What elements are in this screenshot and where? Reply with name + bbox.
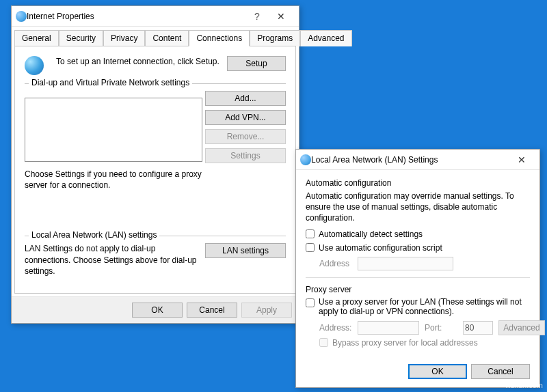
close-icon[interactable]: ✕ [267,11,295,22]
cancel-button[interactable]: Cancel [187,303,237,318]
settings-button: Settings [205,148,286,163]
auto-script-label: Use automatic configuration script [319,243,442,253]
ok-button[interactable]: OK [408,364,467,379]
tab-content[interactable]: Content [145,30,189,46]
titlebar[interactable]: Internet Properties ? ✕ [12,6,299,27]
lan-settings-button[interactable]: LAN settings [205,243,286,258]
auto-detect-checkbox[interactable] [306,229,315,238]
auto-script-checkbox[interactable] [306,243,315,252]
lan-group-label: Local Area Network (LAN) settings [29,230,159,240]
advanced-button: Advanced [498,320,545,335]
tab-security[interactable]: Security [59,30,103,46]
close-icon[interactable]: ✕ [508,154,535,165]
lan-text: LAN Settings do not apply to dial-up con… [25,243,198,277]
cancel-button[interactable]: Cancel [471,364,530,379]
proxy-title: Proxy server [306,285,530,294]
window-title: Local Area Network (LAN) Settings [311,155,508,165]
lan-settings-dialog: Local Area Network (LAN) Settings ✕ Auto… [295,149,540,388]
auto-detect-label: Automatically detect settings [319,229,423,239]
use-proxy-checkbox[interactable] [306,298,315,307]
globe-icon [300,154,311,165]
add-button[interactable]: Add... [205,91,286,106]
tab-general[interactable]: General [14,30,59,46]
bypass-local-checkbox [319,338,328,347]
auto-config-title: Automatic configuration [306,178,530,188]
globe-icon [16,11,27,22]
connection-globe-icon [25,56,44,75]
watermark: wsxdn.com [505,381,543,389]
tab-privacy[interactable]: Privacy [103,30,145,46]
auto-config-desc: Automatic configuration may override man… [306,191,530,224]
dialup-group-label: Dial-up and Virtual Private Network sett… [29,78,192,87]
use-proxy-label: Use a proxy server for your LAN (These s… [319,297,530,316]
apply-button: Apply [241,303,292,318]
lan-group: Local Area Network (LAN) settings LAN Se… [25,236,286,277]
connections-panel: To set up an Internet connection, click … [14,46,296,294]
dialup-list[interactable] [25,98,202,162]
ok-button[interactable]: OK [132,303,183,318]
remove-button: Remove... [205,129,286,144]
proxy-port-label: Port: [425,323,457,333]
dialog1-buttons: OK Cancel Apply [12,296,299,323]
tabs: General Security Privacy Content Connect… [12,27,299,46]
proxy-port-input [463,321,493,335]
script-address-input [358,257,453,270]
separator [306,277,530,278]
dialog2-buttons: OK Cancel [296,357,539,387]
tab-connections[interactable]: Connections [189,30,250,46]
help-icon[interactable]: ? [247,11,267,22]
proxy-address-label: Address: [319,323,352,333]
setup-text: To set up an Internet connection, click … [56,56,220,67]
window-title: Internet Properties [27,12,247,21]
script-address-label: Address [319,259,352,268]
add-vpn-button[interactable]: Add VPN... [205,110,286,125]
titlebar[interactable]: Local Area Network (LAN) Settings ✕ [296,150,539,170]
bypass-local-label: Bypass proxy server for local addresses [332,338,478,348]
setup-button[interactable]: Setup [227,56,286,71]
dialup-group: Dial-up and Virtual Private Network sett… [25,83,286,191]
dialup-hint: Choose Settings if you need to configure… [25,169,202,191]
tab-advanced[interactable]: Advanced [300,30,351,46]
proxy-address-input [358,321,419,335]
internet-properties-dialog: Internet Properties ? ✕ General Security… [11,5,299,324]
tab-programs[interactable]: Programs [250,30,300,46]
